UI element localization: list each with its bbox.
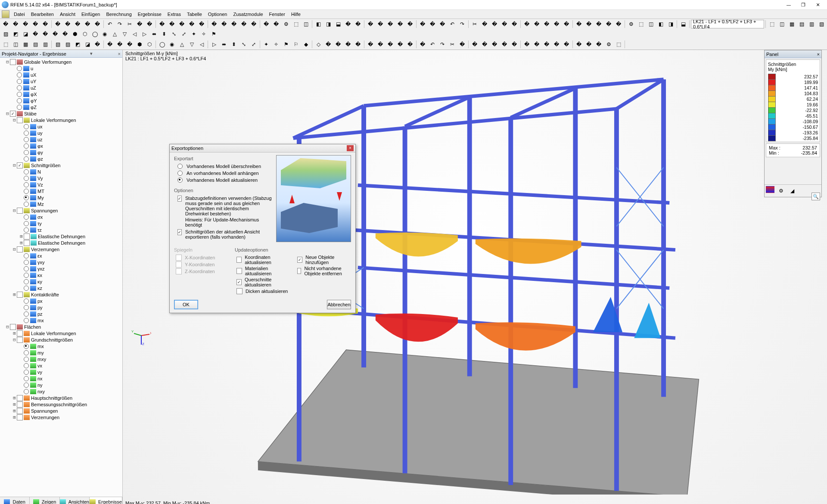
toolbar-btn-tb1-7[interactable]: � [73,19,82,29]
toolbar-btn-tb2-37[interactable]: � [386,40,395,49]
tree-expander[interactable]: ⊞ [12,401,17,407]
toolbar-btn-r1b-17[interactable]: △ [110,29,119,39]
panel-zoom-icon[interactable]: 🔍 [811,193,820,200]
toolbar-btn-tb1-57[interactable]: � [594,19,603,29]
toolbar-btn-tb1-10[interactable]: ↶ [105,19,115,29]
toolbar-btn-tb2-54[interactable]: � [562,40,571,49]
toolbar-btn-tb2-2[interactable]: ▦ [21,40,30,49]
toolbar-btn-tb1-5[interactable]: � [53,19,62,29]
toolbar-btn-tb2-49[interactable]: � [510,40,519,49]
tree-item-39[interactable]: pz [0,311,122,317]
tree-checkbox[interactable] [17,337,23,343]
opt-schnitt-checkbox[interactable]: ✓ [177,229,182,235]
menu-hilfe[interactable]: Hilfe [289,11,303,17]
toolbar-btn-tb2-48[interactable]: � [500,40,509,49]
toolbar-btn-tb1-56[interactable]: � [584,19,594,29]
toolbar-btn-tb2-24[interactable]: ⤢ [249,40,258,49]
toolbar-btn-r1b-7[interactable]: ◩ [11,29,20,39]
toolbar-btn-tb2-26[interactable]: ✧ [271,40,281,49]
tree-item-11[interactable]: uy [0,130,122,136]
tree-item-46[interactable]: mxy [0,356,122,362]
tree-item-40[interactable]: mx [0,317,122,324]
nav-tab-ansichten[interactable]: Ansichten [60,497,90,504]
toolbar-btn-tb1-35[interactable]: � [366,19,375,29]
update-l-check-3[interactable] [236,288,243,294]
toolbar-btn-tb1-14[interactable]: � [145,19,154,29]
toolbar-btn-r1b-11[interactable]: � [50,29,60,39]
toolbar-btn-r1b-6[interactable]: ▨ [1,29,10,39]
toolbar-btn-r1b-9[interactable]: � [31,29,40,39]
toolbar-btn-tb1-6[interactable]: � [63,19,72,29]
toolbar-btn-tb1-53[interactable]: � [552,19,561,29]
toolbar-btn-tb2-34[interactable]: � [353,40,363,49]
panel-titlebar[interactable]: Panel × [765,50,821,58]
tree-item-45[interactable]: my [0,349,122,356]
menu-extras[interactable]: Extras [165,11,183,17]
panel-close-icon[interactable]: × [817,52,820,57]
tree-expander[interactable]: ⊞ [12,292,17,297]
toolbar-btn-tb1-8[interactable]: � [83,19,92,29]
menu-ergebnisse[interactable]: Ergebnisse [135,11,164,17]
toolbar-btn-tb1-45[interactable]: ✂ [470,19,479,29]
tree-item-1[interactable]: u [0,65,122,72]
tree-checkbox[interactable] [10,59,16,65]
tree-item-16[interactable]: ⊟✓Schnittgrößen [0,162,122,168]
tree-item-30[interactable]: εx [0,252,122,259]
tree-radio[interactable] [24,260,29,265]
toolbar-btn-tb2-8[interactable]: ◪ [83,40,92,49]
toolbar-btn-tb2-32[interactable]: � [333,40,343,49]
tree-item-53[interactable]: ⊞Bemessungsschnittgrößen [0,401,122,408]
toolbar-btn-r1b-26[interactable]: ✧ [199,29,208,39]
tree-radio[interactable] [24,143,29,149]
close-button[interactable]: ✕ [811,2,825,8]
toolbar-btn-tb1-24[interactable]: � [249,19,258,29]
toolbar-btn-tb1-63[interactable]: ◧ [656,19,665,29]
tree-radio[interactable] [17,105,22,110]
menu-fenster[interactable]: Fenster [267,11,288,17]
toolbar-btn-tb1-13[interactable]: � [135,19,144,29]
toolbar-btn-r1b-24[interactable]: ⤢ [179,29,189,39]
toolbar-btn-tb2-0[interactable]: ⬚ [1,40,10,49]
tree-item-48[interactable]: vy [0,369,122,375]
toolbar-btn-r1b-18[interactable]: ▽ [120,29,129,39]
toolbar-btn-tb1-11[interactable]: ↷ [115,19,124,29]
tree-item-25[interactable]: τy [0,220,122,227]
tree-item-3[interactable]: uY [0,78,122,84]
toolbar-btn-tb2-7[interactable]: ◩ [73,40,82,49]
toolbar-btn-r1b-8[interactable]: ◪ [21,29,30,39]
toolbar-btn-tb1-59[interactable]: � [614,19,623,29]
toolbar-btn-tb1-58[interactable]: � [604,19,613,29]
tree-radio[interactable] [17,98,22,103]
tree-item-13[interactable]: φx [0,143,122,149]
export-radio-2[interactable] [177,177,183,183]
toolbar-btn-tb1-41[interactable]: � [428,19,437,29]
tree-expander[interactable]: ⊟ [12,208,17,213]
toolbar-btn-tb1-23[interactable]: � [239,19,249,29]
toolbar-btn-tb1-26[interactable]: � [271,19,281,29]
tree-item-51[interactable]: nxy [0,388,122,395]
toolbar-btn-tb2-4[interactable]: ▥ [40,40,50,49]
toolbar-btn-tb1-27[interactable]: ⚙ [281,19,291,29]
navigator-close-icon[interactable]: × [118,51,121,56]
toolbar-btn-tb2-52[interactable]: � [542,40,551,49]
lk-dropdown[interactable]: LK21 - LF1 + 0.5*LF2 + LF3 + 0.6*LF4 [691,20,764,28]
toolbar-btn-tb1-28[interactable]: ⬚ [291,19,301,29]
toolbar-btn-r1b-22[interactable]: ⬍ [159,29,169,39]
toolbar-btn-r1b-2[interactable]: ▦ [787,19,796,29]
toolbar-btn-tb2-44[interactable]: � [457,40,467,49]
tree-item-20[interactable]: MT [0,188,122,194]
toolbar-btn-tb1-36[interactable]: � [376,19,385,29]
toolbar-btn-tb2-14[interactable]: ⬡ [145,40,154,49]
toolbar-btn-tb1-44[interactable]: ↷ [457,19,467,29]
tree-item-18[interactable]: Vy [0,175,122,181]
toolbar-btn-tb1-2[interactable]: � [21,19,30,29]
toolbar-btn-tb2-46[interactable]: � [480,40,489,49]
tree-expander[interactable]: ⊟ [5,324,10,330]
tree-radio[interactable] [24,195,29,200]
toolbar-btn-tb2-47[interactable]: � [490,40,499,49]
tree-expander[interactable]: ⊟ [5,111,10,116]
toolbar-btn-tb1-50[interactable]: � [522,19,532,29]
toolbar-btn-tb2-36[interactable]: � [376,40,385,49]
menu-zusatzmodule[interactable]: Zusatzmodule [231,11,266,17]
toolbar-btn-tb2-50[interactable]: � [522,40,532,49]
